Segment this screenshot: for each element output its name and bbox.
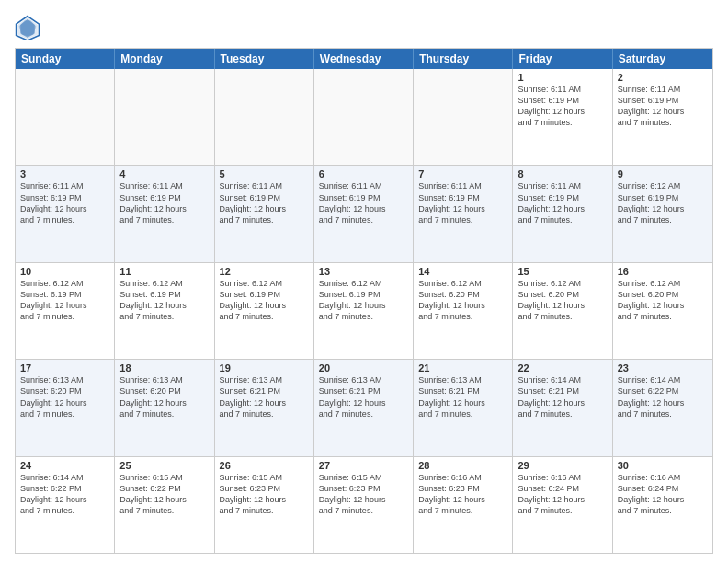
day-info: Sunrise: 6:14 AMSunset: 6:22 PMDaylight:… [20,472,109,517]
day-cell-24: 24Sunrise: 6:14 AMSunset: 6:22 PMDayligh… [16,457,115,553]
day-cell-7: 7Sunrise: 6:11 AMSunset: 6:19 PMDaylight… [414,166,513,261]
day-number: 21 [418,362,507,373]
empty-cell [314,69,414,165]
day-cell-11: 11Sunrise: 6:12 AMSunset: 6:19 PMDayligh… [115,263,214,359]
day-number: 12 [220,266,309,277]
day-info: Sunrise: 6:14 AMSunset: 6:21 PMDaylight:… [518,374,607,419]
day-cell-21: 21Sunrise: 6:13 AMSunset: 6:21 PMDayligh… [414,360,513,455]
day-cell-30: 30Sunrise: 6:16 AMSunset: 6:24 PMDayligh… [613,457,712,553]
day-cell-9: 9Sunrise: 6:12 AMSunset: 6:19 PMDaylight… [613,166,712,261]
day-info: Sunrise: 6:13 AMSunset: 6:20 PMDaylight:… [20,374,109,419]
day-info: Sunrise: 6:16 AMSunset: 6:23 PMDaylight:… [418,472,507,517]
calendar-row-3: 17Sunrise: 6:13 AMSunset: 6:20 PMDayligh… [16,359,712,455]
day-number: 9 [618,168,708,179]
day-number: 5 [220,168,309,179]
day-cell-12: 12Sunrise: 6:12 AMSunset: 6:19 PMDayligh… [215,263,314,359]
header-day-friday: Friday [513,49,612,69]
day-info: Sunrise: 6:16 AMSunset: 6:24 PMDaylight:… [618,472,708,517]
day-cell-3: 3Sunrise: 6:11 AMSunset: 6:19 PMDaylight… [16,166,115,261]
day-cell-1: 1Sunrise: 6:11 AMSunset: 6:19 PMDaylight… [513,69,612,165]
day-cell-14: 14Sunrise: 6:12 AMSunset: 6:20 PMDayligh… [414,263,513,359]
day-cell-19: 19Sunrise: 6:13 AMSunset: 6:21 PMDayligh… [215,360,314,455]
logo-icon [15,15,40,40]
day-info: Sunrise: 6:12 AMSunset: 6:20 PMDaylight:… [618,278,708,323]
day-info: Sunrise: 6:11 AMSunset: 6:19 PMDaylight:… [418,180,507,225]
empty-cell [215,69,314,165]
day-number: 19 [220,362,309,373]
day-number: 18 [119,362,209,373]
day-cell-20: 20Sunrise: 6:13 AMSunset: 6:21 PMDayligh… [314,360,414,455]
day-number: 1 [518,72,607,83]
day-info: Sunrise: 6:11 AMSunset: 6:19 PMDaylight:… [618,84,708,129]
header-day-tuesday: Tuesday [215,49,314,69]
day-info: Sunrise: 6:16 AMSunset: 6:24 PMDaylight:… [518,472,607,517]
day-cell-17: 17Sunrise: 6:13 AMSunset: 6:20 PMDayligh… [16,360,115,455]
day-number: 25 [119,460,209,471]
calendar-row-4: 24Sunrise: 6:14 AMSunset: 6:22 PMDayligh… [16,456,712,553]
day-cell-29: 29Sunrise: 6:16 AMSunset: 6:24 PMDayligh… [513,457,612,553]
day-number: 15 [518,266,607,277]
day-number: 26 [220,460,309,471]
day-cell-28: 28Sunrise: 6:16 AMSunset: 6:23 PMDayligh… [414,457,513,553]
day-info: Sunrise: 6:12 AMSunset: 6:19 PMDaylight:… [319,278,408,323]
empty-cell [115,69,214,165]
day-cell-5: 5Sunrise: 6:11 AMSunset: 6:19 PMDaylight… [215,166,314,261]
day-number: 4 [119,168,209,179]
day-cell-2: 2Sunrise: 6:11 AMSunset: 6:19 PMDaylight… [613,69,712,165]
day-number: 27 [319,460,408,471]
page: SundayMondayTuesdayWednesdayThursdayFrid… [0,0,728,563]
day-cell-26: 26Sunrise: 6:15 AMSunset: 6:23 PMDayligh… [215,457,314,553]
day-info: Sunrise: 6:15 AMSunset: 6:22 PMDaylight:… [119,472,209,517]
day-number: 23 [618,362,708,373]
empty-cell [16,69,115,165]
day-info: Sunrise: 6:11 AMSunset: 6:19 PMDaylight:… [20,180,109,225]
day-cell-23: 23Sunrise: 6:14 AMSunset: 6:22 PMDayligh… [613,360,712,455]
header-day-wednesday: Wednesday [314,49,414,69]
calendar-row-1: 3Sunrise: 6:11 AMSunset: 6:19 PMDaylight… [16,165,712,261]
day-info: Sunrise: 6:12 AMSunset: 6:20 PMDaylight:… [518,278,607,323]
day-number: 14 [418,266,507,277]
day-cell-22: 22Sunrise: 6:14 AMSunset: 6:21 PMDayligh… [513,360,612,455]
calendar-header: SundayMondayTuesdayWednesdayThursdayFrid… [16,49,712,69]
day-info: Sunrise: 6:11 AMSunset: 6:19 PMDaylight:… [119,180,209,225]
day-info: Sunrise: 6:11 AMSunset: 6:19 PMDaylight:… [518,180,607,225]
day-info: Sunrise: 6:13 AMSunset: 6:20 PMDaylight:… [119,374,209,419]
day-info: Sunrise: 6:13 AMSunset: 6:21 PMDaylight:… [319,374,408,419]
header-day-sunday: Sunday [16,49,115,69]
day-info: Sunrise: 6:12 AMSunset: 6:19 PMDaylight:… [220,278,309,323]
day-info: Sunrise: 6:12 AMSunset: 6:19 PMDaylight:… [20,278,109,323]
day-number: 16 [618,266,708,277]
day-cell-13: 13Sunrise: 6:12 AMSunset: 6:19 PMDayligh… [314,263,414,359]
day-number: 20 [319,362,408,373]
day-info: Sunrise: 6:13 AMSunset: 6:21 PMDaylight:… [220,374,309,419]
day-info: Sunrise: 6:15 AMSunset: 6:23 PMDaylight:… [319,472,408,517]
day-cell-10: 10Sunrise: 6:12 AMSunset: 6:19 PMDayligh… [16,263,115,359]
logo [15,15,46,40]
empty-cell [414,69,513,165]
day-number: 11 [119,266,209,277]
day-number: 7 [418,168,507,179]
day-cell-6: 6Sunrise: 6:11 AMSunset: 6:19 PMDaylight… [314,166,414,261]
header-day-monday: Monday [115,49,214,69]
day-number: 10 [20,266,109,277]
day-cell-15: 15Sunrise: 6:12 AMSunset: 6:20 PMDayligh… [513,263,612,359]
day-info: Sunrise: 6:11 AMSunset: 6:19 PMDaylight:… [518,84,607,129]
header [15,15,713,40]
calendar: SundayMondayTuesdayWednesdayThursdayFrid… [15,48,713,554]
day-cell-25: 25Sunrise: 6:15 AMSunset: 6:22 PMDayligh… [115,457,214,553]
day-number: 3 [20,168,109,179]
day-cell-18: 18Sunrise: 6:13 AMSunset: 6:20 PMDayligh… [115,360,214,455]
calendar-body: 1Sunrise: 6:11 AMSunset: 6:19 PMDaylight… [16,69,712,553]
day-number: 28 [418,460,507,471]
day-number: 6 [319,168,408,179]
day-info: Sunrise: 6:14 AMSunset: 6:22 PMDaylight:… [618,374,708,419]
calendar-row-0: 1Sunrise: 6:11 AMSunset: 6:19 PMDaylight… [16,69,712,165]
day-number: 13 [319,266,408,277]
day-number: 30 [618,460,708,471]
day-number: 17 [20,362,109,373]
day-cell-4: 4Sunrise: 6:11 AMSunset: 6:19 PMDaylight… [115,166,214,261]
day-cell-8: 8Sunrise: 6:11 AMSunset: 6:19 PMDaylight… [513,166,612,261]
day-number: 24 [20,460,109,471]
header-day-saturday: Saturday [613,49,712,69]
day-cell-16: 16Sunrise: 6:12 AMSunset: 6:20 PMDayligh… [613,263,712,359]
